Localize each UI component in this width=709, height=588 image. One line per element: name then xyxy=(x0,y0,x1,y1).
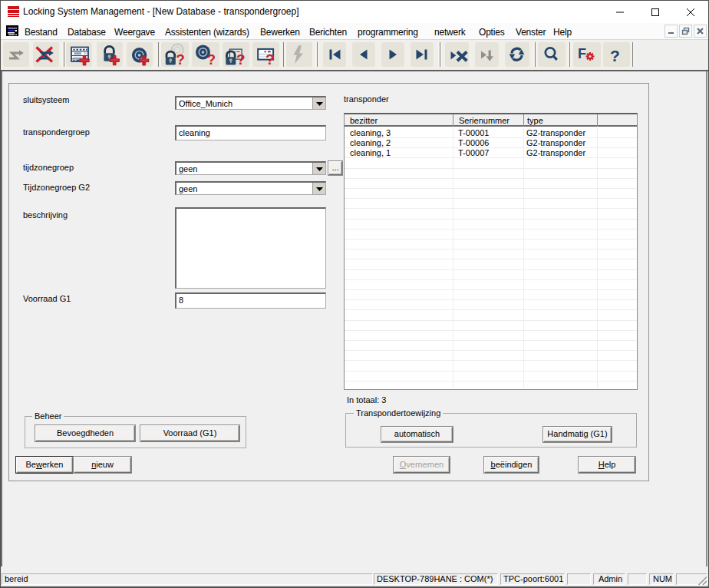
svg-text:?: ? xyxy=(207,51,216,67)
svg-text:?: ? xyxy=(236,51,246,67)
svg-text:?: ? xyxy=(265,51,275,67)
svg-text:?: ? xyxy=(176,51,185,67)
svg-text:F: F xyxy=(578,46,586,61)
svg-text:?: ? xyxy=(610,47,620,64)
